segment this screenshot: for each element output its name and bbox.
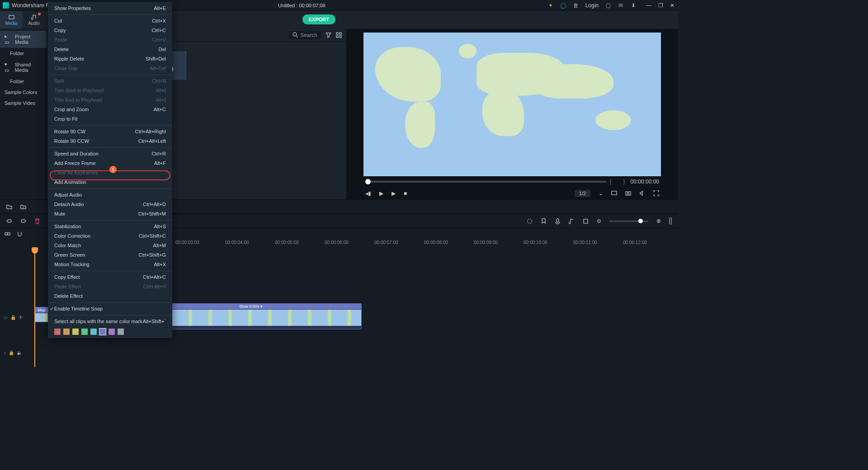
svg-rect-2: [336, 33, 338, 34]
timeline-clip-small[interactable]: Map: [34, 307, 49, 322]
display-icon[interactable]: [611, 190, 617, 196]
svg-rect-12: [557, 219, 559, 222]
snapshot-icon[interactable]: [625, 190, 631, 196]
ctx-delete[interactable]: DeleteDel: [48, 45, 172, 54]
render-icon[interactable]: [527, 218, 533, 224]
sidebar-item-shared-media[interactable]: ▾ ▭Shared Media: [0, 59, 47, 76]
minimize-button[interactable]: —: [646, 2, 652, 9]
sidebar-item-sample-colors[interactable]: Sample Colors: [0, 87, 47, 98]
clip-label: Map: [35, 307, 48, 313]
ctx-mute[interactable]: MuteCtrl+Shift+M: [48, 209, 172, 219]
preview-viewport[interactable]: [363, 33, 661, 176]
delete-icon[interactable]: [34, 218, 40, 224]
color-swatch[interactable]: [99, 329, 106, 335]
zoom-in-button[interactable]: ⊕: [656, 218, 661, 224]
fullscreen-icon[interactable]: [653, 190, 659, 196]
grid-view-icon[interactable]: [336, 32, 342, 38]
lock-icon[interactable]: 🔒: [9, 350, 14, 355]
preview-scrubber[interactable]: [365, 181, 606, 183]
ctx-crop-fit[interactable]: Crop to Fit: [48, 114, 172, 124]
sidebar-item-folder[interactable]: Folder: [0, 48, 47, 59]
audio-mixer-icon[interactable]: [569, 218, 575, 224]
track-header-video[interactable]: ▭ 🔒 👁: [0, 315, 31, 320]
ctx-motion-tracking[interactable]: Motion TrackingAlt+X: [48, 260, 172, 269]
open-folder-icon[interactable]: [6, 204, 12, 210]
ctx-green-screen[interactable]: Green ScreenCtrl+Shift+G: [48, 250, 172, 260]
sidebar-item-project-media[interactable]: ▸ ▭Project Media: [0, 31, 47, 48]
zoom-fit-icon[interactable]: [669, 217, 672, 225]
ctx-ripple-delete[interactable]: Ripple DeleteShift+Del: [48, 54, 172, 64]
ruler-tick: 00:00:07:00: [374, 240, 398, 245]
color-swatch[interactable]: [118, 329, 124, 335]
ctx-delete-effect[interactable]: Delete Effect: [48, 291, 172, 301]
ctx-color-correction[interactable]: Color CorrectionCtrl+Shift+C: [48, 231, 172, 241]
visible-icon[interactable]: ▭: [4, 315, 8, 320]
speaker-icon[interactable]: 🔈: [17, 350, 22, 355]
redo-icon[interactable]: [20, 218, 26, 224]
folder-icon: [9, 14, 14, 20]
mute-track-icon[interactable]: 👁: [19, 315, 23, 320]
timeline-zoom-slider[interactable]: [609, 221, 648, 222]
timeline-clip-large[interactable]: Slow 0.50x ▾: [140, 303, 362, 329]
tab-audio[interactable]: Audio: [23, 11, 45, 29]
magnet-icon[interactable]: [17, 231, 23, 237]
lock-icon[interactable]: 🔒: [10, 315, 16, 320]
volume-icon[interactable]: [639, 190, 645, 196]
sidebar-item-folder[interactable]: Folder: [0, 76, 47, 87]
ctx-show-properties[interactable]: Show PropertiesAlt+E: [48, 4, 172, 13]
stop-button[interactable]: ■: [404, 190, 407, 197]
ctx-color-match[interactable]: Color MatchAlt+M: [48, 241, 172, 250]
music-icon[interactable]: ♪: [4, 350, 6, 355]
play-button[interactable]: ▶: [379, 190, 383, 197]
ctx-copy-effect[interactable]: Copy EffectCtrl+Alt+C: [48, 273, 172, 282]
export-button[interactable]: EXPORT: [302, 14, 335, 24]
ctx-crop-zoom[interactable]: Crop and ZoomAlt+C: [48, 105, 172, 114]
color-swatch[interactable]: [54, 329, 61, 335]
ctx-timeline-snap[interactable]: ✓Enable Timeline Snap: [48, 304, 172, 314]
color-swatch[interactable]: [90, 329, 97, 335]
mail-icon[interactable]: ✉: [618, 2, 624, 9]
svg-rect-4: [336, 36, 338, 38]
ctx-stabilization[interactable]: StabilizationAlt+S: [48, 222, 172, 231]
color-swatch[interactable]: [81, 329, 88, 335]
maximize-button[interactable]: ❐: [657, 2, 664, 9]
save-folder-icon[interactable]: [20, 204, 26, 210]
close-button[interactable]: ✕: [669, 2, 675, 9]
ctx-add-animation[interactable]: Add Animation: [48, 178, 172, 187]
trash-icon[interactable]: 🗑: [573, 2, 579, 9]
crop-icon[interactable]: [583, 218, 589, 224]
notification-dot: [38, 13, 41, 15]
voiceover-icon[interactable]: [555, 218, 561, 224]
next-frame-button[interactable]: ▶: [392, 190, 396, 197]
ctx-cut[interactable]: CutCtrl+X: [48, 16, 172, 26]
save-icon[interactable]: ▢: [605, 2, 611, 9]
ruler-tick: 00:00:10:00: [524, 240, 547, 245]
ctx-rotate-cw[interactable]: Rotate 90 CWCtrl+Alt+Right: [48, 127, 172, 136]
chevron-down-icon[interactable]: ⌄: [599, 190, 603, 197]
login-button[interactable]: Login: [585, 2, 599, 9]
color-swatch[interactable]: [72, 329, 79, 335]
marker-icon[interactable]: [541, 218, 547, 224]
ctx-rotate-ccw[interactable]: Rotate 90 CCWCtrl+Alt+Left: [48, 136, 172, 146]
sidebar-item-sample-video[interactable]: Sample Video: [0, 98, 47, 108]
tab-media[interactable]: Media: [0, 11, 23, 29]
ctx-speed-duration[interactable]: Speed and DurationCtrl+R: [48, 149, 172, 159]
ctx-detach-audio[interactable]: Detach AudioCtrl+Alt+D: [48, 200, 172, 209]
prev-frame-button[interactable]: ◂▮: [365, 190, 371, 197]
undo-icon[interactable]: [6, 218, 12, 224]
playhead[interactable]: [34, 248, 35, 367]
track-header-audio[interactable]: ♪ 🔒 🔈: [0, 350, 31, 355]
search-input[interactable]: Search: [289, 31, 321, 39]
download-icon[interactable]: ⬇: [630, 2, 637, 9]
ctx-select-color-mark[interactable]: Select all clips with the same color mar…: [48, 317, 172, 326]
color-swatch[interactable]: [108, 329, 115, 335]
lightbulb-icon[interactable]: ✦: [547, 2, 554, 9]
preview-zoom-select[interactable]: 1/2: [575, 190, 590, 197]
filter-icon[interactable]: [326, 32, 331, 38]
color-swatch[interactable]: [63, 329, 70, 335]
link-icon[interactable]: [5, 231, 10, 237]
ctx-copy[interactable]: CopyCtrl+C: [48, 26, 172, 35]
zoom-out-button[interactable]: ⊖: [597, 218, 601, 224]
headphones-icon[interactable]: ◯: [560, 2, 566, 9]
ctx-adjust-audio[interactable]: Adjust Audio: [48, 190, 172, 200]
